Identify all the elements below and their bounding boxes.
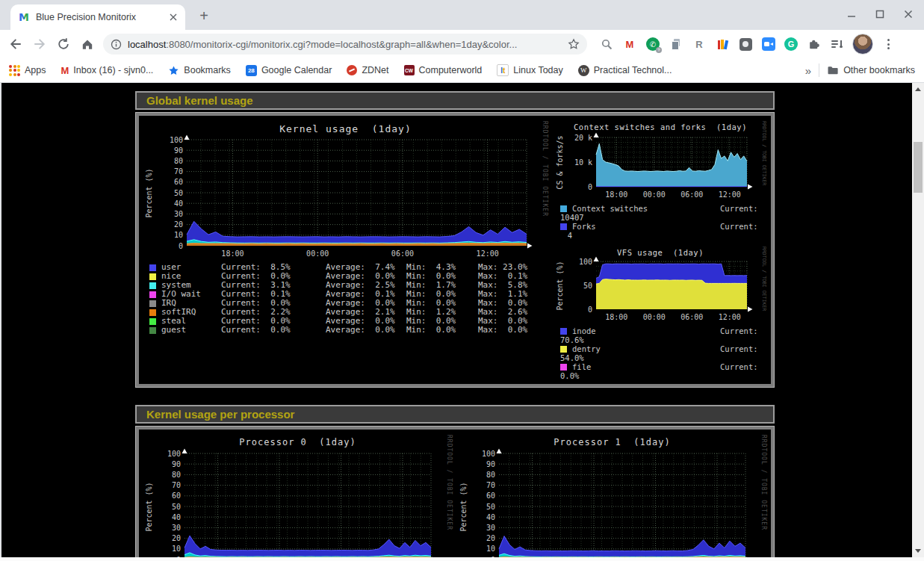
gmail-extension-icon[interactable]: M — [622, 37, 637, 52]
url-text[interactable]: localhost:8080/monitorix-cgi/monitorix.c… — [128, 39, 562, 50]
vfs-usage-graph[interactable]: VFS usage (1day)05010018:0000:0006:0012:… — [553, 245, 768, 380]
svg-text:06:00: 06:00 — [680, 313, 703, 321]
browser-menu-icon[interactable] — [881, 39, 895, 49]
legend-stat: Average: 0.0% — [326, 326, 406, 335]
svg-text:50: 50 — [583, 282, 592, 290]
legend-swatch — [560, 364, 567, 371]
legend-label: Forks — [572, 222, 720, 231]
bookmark-computerworld[interactable]: CWComputerworld — [404, 65, 483, 75]
scroll-up-icon[interactable] — [915, 87, 921, 91]
tab-close-icon[interactable] — [169, 13, 178, 22]
legend-swatch — [560, 328, 567, 335]
graphs-panel: Processor 0 (1day)0102030405060708090100… — [135, 426, 775, 561]
apps-grid-icon — [9, 65, 20, 76]
svg-text:M: M — [19, 11, 29, 23]
svg-text:20: 20 — [486, 534, 495, 542]
scrollbar-thumb[interactable] — [914, 142, 923, 193]
scroll-down-icon[interactable] — [915, 549, 921, 553]
svg-text:00:00: 00:00 — [643, 313, 666, 321]
puzzle-extensions-icon[interactable] — [806, 37, 821, 52]
legend-key: Current: — [720, 222, 763, 231]
new-tab-button[interactable]: + — [193, 4, 215, 27]
vertical-scrollbar[interactable] — [912, 83, 924, 557]
browser-toolbar: localhost:8080/monitorix-cgi/monitorix.c… — [0, 30, 924, 58]
legend-label: Context switches — [572, 204, 720, 213]
svg-text:06:00: 06:00 — [680, 190, 703, 199]
other-bookmarks[interactable]: Other bookmarks — [827, 64, 915, 76]
legend-row: Context switchesCurrent:10407 — [560, 204, 763, 222]
graph-legend: inodeCurrent:70.6%dentryCurrent:54.0%fil… — [560, 326, 768, 380]
back-icon[interactable] — [4, 33, 27, 55]
voice-extension-icon[interactable]: ✆? — [645, 37, 660, 52]
bookmark-apps[interactable]: Apps — [9, 65, 46, 76]
graph-title: Context switches and forks (1day) — [553, 123, 768, 131]
bookmark-inbox[interactable]: MInbox (16) - sjvn0... — [61, 65, 154, 76]
svg-text:80: 80 — [172, 471, 181, 479]
home-icon[interactable] — [76, 33, 99, 55]
copy-pages-extension-icon[interactable] — [669, 37, 683, 52]
forward-icon[interactable] — [28, 33, 51, 55]
address-bar[interactable]: localhost:8080/monitorix-cgi/monitorix.c… — [103, 34, 587, 55]
section-kernel-usage-per-processor: Kernel usage per processor Processor 0 (… — [135, 405, 775, 561]
svg-text:30: 30 — [174, 210, 183, 218]
legend-key: Current: — [720, 326, 763, 335]
bookmark-google-calendar[interactable]: 28Google Calendar — [246, 65, 332, 76]
svg-text:80: 80 — [174, 157, 183, 165]
svg-text:18:00: 18:00 — [605, 190, 627, 199]
maximize-icon[interactable] — [872, 6, 888, 22]
close-window-icon[interactable] — [900, 6, 917, 22]
legend-key: Current: — [720, 344, 763, 353]
legend-swatch — [149, 291, 156, 298]
gmail-icon: M — [61, 65, 69, 76]
svg-text:20 k: 20 k — [574, 134, 592, 142]
legend-swatch — [149, 309, 156, 316]
page-info-icon[interactable] — [111, 39, 122, 50]
graph-title: Processor 0 (1day) — [142, 437, 453, 447]
graphs-panel: Kernel usage (1day)010203040506070809010… — [135, 112, 775, 388]
grammarly-extension-icon[interactable]: G — [784, 37, 798, 51]
search-extension-icon[interactable] — [599, 37, 614, 52]
section-title: Global kernel usage — [135, 91, 775, 110]
bookmark-bookmarks[interactable]: Bookmarks — [168, 65, 231, 76]
bookmarks-bar: Apps MInbox (16) - sjvn0... Bookmarks 28… — [0, 58, 924, 83]
svg-text:12:00: 12:00 — [719, 190, 741, 199]
bookmarks-overflow-icon[interactable]: » — [805, 64, 811, 77]
folder-icon — [827, 64, 839, 76]
phone-icon: ✆? — [646, 37, 660, 51]
kernel-usage-graph[interactable]: Kernel usage (1day)010203040506070809010… — [142, 120, 549, 380]
bookmark-star-icon[interactable] — [568, 38, 580, 50]
bookmark-linux-today[interactable]: ltLinux Today — [497, 64, 563, 76]
r-extension-icon[interactable]: R — [692, 37, 707, 52]
legend-stat: Current: 0.0% — [221, 326, 326, 335]
minimize-icon[interactable] — [843, 6, 860, 22]
bookmark-practical-technology[interactable]: WPractical Technol... — [578, 65, 672, 76]
browser-tab[interactable]: M Blue Precision Monitorix — [10, 4, 185, 30]
reading-list-icon[interactable] — [829, 37, 844, 52]
profile-avatar[interactable] — [852, 34, 873, 55]
processor-0-graph[interactable]: Processor 0 (1day)0102030405060708090100… — [142, 433, 453, 561]
rrdtool-watermark: RRDTOOL / TOBI OETIKER — [760, 435, 767, 561]
video-meeting-extension-icon[interactable] — [761, 37, 776, 52]
rrdtool-watermark: RRDTOOL / TOBI OETIKER — [761, 121, 767, 199]
svg-text:30: 30 — [172, 524, 181, 532]
bookmark-label: Linux Today — [513, 65, 563, 75]
reload-icon[interactable] — [52, 33, 75, 55]
legend-label: inode — [572, 326, 720, 335]
svg-text:18:00: 18:00 — [605, 313, 627, 321]
processor-1-graph[interactable]: Processor 1 (1day)0102030405060708090100… — [456, 433, 768, 561]
bookmark-zdnet[interactable]: ZDNet — [347, 65, 388, 75]
svg-text:50: 50 — [174, 189, 183, 197]
svg-text:30: 30 — [486, 524, 495, 532]
legend-stat: Min: 0.0% — [406, 326, 478, 335]
svg-text:60: 60 — [486, 492, 495, 500]
legend-swatch — [149, 273, 156, 280]
books-extension-icon[interactable] — [715, 37, 730, 52]
bookmark-label: ZDNet — [362, 65, 388, 75]
svg-text:20: 20 — [174, 220, 183, 229]
legend-swatch — [149, 327, 156, 334]
context-switches-graph[interactable]: Context switches and forks (1day)010 k20… — [553, 120, 768, 240]
window-controls — [843, 6, 917, 22]
lamp-extension-icon[interactable] — [738, 37, 753, 52]
svg-text:10: 10 — [486, 545, 495, 553]
legend-row: ForksCurrent:4 — [560, 222, 763, 240]
